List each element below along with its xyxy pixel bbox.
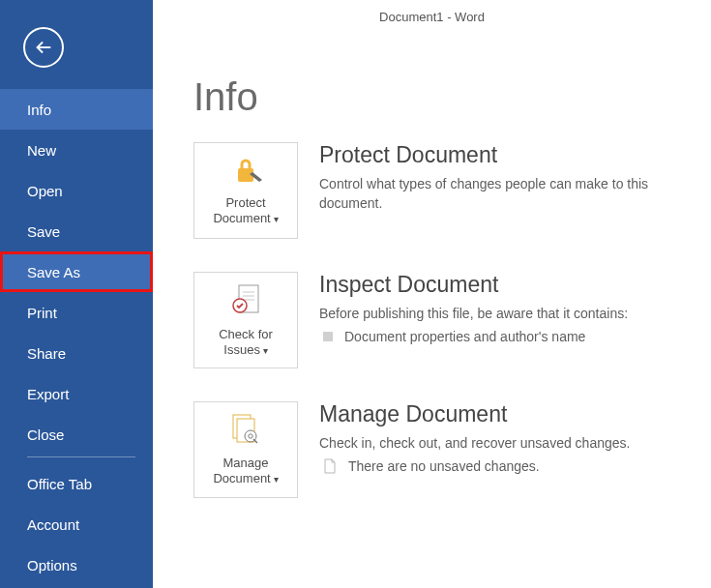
section-desc: Before publishing this file, be aware th… — [319, 304, 676, 323]
tile-label: Manage Document ▾ — [213, 456, 278, 487]
section-inspect: Check for Issues ▾ Inspect Document Befo… — [193, 272, 676, 368]
sidebar-item-save-as[interactable]: Save As — [0, 251, 153, 292]
protect-document-button[interactable]: Protect Document ▾ — [193, 142, 298, 239]
window-title: Document1 - Word — [153, 10, 711, 24]
section-title: Manage Document — [319, 401, 676, 427]
sidebar-item-open[interactable]: Open — [0, 170, 153, 211]
manage-document-button[interactable]: Manage Document ▾ — [193, 401, 298, 498]
tile-label: Protect Document ▾ — [213, 195, 278, 227]
section-title: Inspect Document — [319, 272, 676, 298]
back-arrow-icon — [33, 37, 54, 58]
back-button[interactable] — [23, 27, 64, 68]
sidebar-item-export[interactable]: Export — [0, 373, 153, 414]
section-desc: Control what types of changes people can… — [319, 174, 676, 213]
chevron-down-icon: ▾ — [271, 474, 279, 485]
sidebar-item-options[interactable]: Options — [0, 544, 153, 585]
section-manage-body: Manage Document Check in, check out, and… — [319, 401, 676, 498]
section-title: Protect Document — [319, 142, 676, 168]
sidebar-item-account[interactable]: Account — [0, 504, 153, 544]
document-check-icon — [229, 282, 262, 321]
chevron-down-icon: ▾ — [260, 345, 268, 356]
section-protect: Protect Document ▾ Protect Document Cont… — [193, 142, 676, 239]
sidebar-menu: InfoNewOpenSaveSave AsPrintShareExportCl… — [0, 89, 153, 455]
lock-icon — [225, 155, 266, 190]
section-desc: Check in, check out, and recover unsaved… — [319, 433, 676, 453]
sidebar-item-save[interactable]: Save — [0, 211, 153, 251]
sidebar-menu-secondary: Office TabAccountOptions — [0, 463, 153, 585]
section-inspect-body: Inspect Document Before publishing this … — [319, 272, 676, 368]
sidebar-item-share[interactable]: Share — [0, 333, 153, 373]
main-panel: Document1 - Word Info Protect Document ▾… — [153, 0, 711, 588]
sidebar-item-print[interactable]: Print — [0, 292, 153, 333]
sidebar-item-info[interactable]: Info — [0, 89, 153, 130]
inspect-item-text: Document properties and author's name — [344, 329, 585, 344]
manage-item-text: There are no unsaved changes. — [348, 458, 540, 474]
sidebar-item-office-tab[interactable]: Office Tab — [0, 463, 153, 504]
square-bullet-icon — [323, 332, 333, 341]
inspect-item: Document properties and author's name — [323, 329, 676, 344]
backstage-sidebar: InfoNewOpenSaveSave AsPrintShareExportCl… — [0, 0, 153, 588]
sidebar-item-close[interactable]: Close — [0, 414, 153, 455]
chevron-down-icon: ▾ — [271, 214, 279, 224]
section-protect-body: Protect Document Control what types of c… — [319, 142, 676, 239]
section-manage: Manage Document ▾ Manage Document Check … — [193, 401, 676, 498]
documents-stack-icon — [227, 413, 264, 450]
file-icon — [323, 458, 337, 474]
sidebar-item-new[interactable]: New — [0, 130, 153, 170]
page-heading: Info — [193, 75, 711, 119]
manage-item: There are no unsaved changes. — [323, 458, 676, 474]
sidebar-divider — [27, 456, 135, 457]
tile-label: Check for Issues ▾ — [219, 327, 273, 359]
check-for-issues-button[interactable]: Check for Issues ▾ — [193, 272, 298, 368]
